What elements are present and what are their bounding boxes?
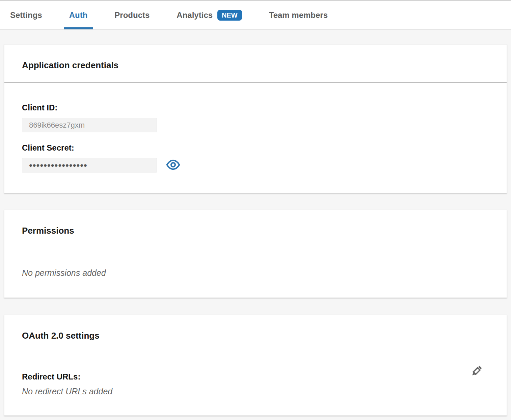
tab-analytics[interactable]: Analytics NEW <box>177 1 242 29</box>
tab-settings[interactable]: Settings <box>10 1 42 29</box>
card-permissions-body: No permissions added <box>4 248 507 297</box>
card-oauth-settings-header: OAuth 2.0 settings <box>4 315 507 353</box>
redirect-urls-label: Redirect URLs: <box>22 372 489 382</box>
tab-settings-label: Settings <box>10 10 42 20</box>
client-secret-row: •••••••••••••••• <box>22 158 489 173</box>
client-secret-field[interactable]: •••••••••••••••• <box>22 158 157 173</box>
card-application-credentials-body: Client ID: 869ik66esz7gxm Client Secret:… <box>4 83 507 193</box>
application-credentials-title: Application credentials <box>22 60 489 70</box>
eye-icon <box>166 158 181 172</box>
card-oauth-settings-body: Redirect URLs: No redirect URLs added <box>4 353 507 415</box>
card-permissions: Permissions No permissions added <box>4 210 507 298</box>
permissions-empty-text: No permissions added <box>22 268 489 278</box>
new-badge: NEW <box>217 10 242 21</box>
tab-products[interactable]: Products <box>114 1 150 29</box>
tab-auth[interactable]: Auth <box>69 1 88 29</box>
card-application-credentials: Application credentials Client ID: 869ik… <box>4 44 507 193</box>
tab-auth-label: Auth <box>69 10 88 20</box>
tab-team-members-label: Team members <box>269 10 328 20</box>
tab-products-label: Products <box>114 10 150 20</box>
edit-redirect-urls-button[interactable] <box>469 363 484 380</box>
card-application-credentials-header: Application credentials <box>4 45 507 83</box>
tab-team-members[interactable]: Team members <box>269 1 328 29</box>
pencil-icon <box>469 363 484 380</box>
redirect-urls-empty-text: No redirect URLs added <box>22 386 489 396</box>
card-permissions-header: Permissions <box>4 210 507 248</box>
oauth-settings-title: OAuth 2.0 settings <box>22 331 489 341</box>
show-secret-button[interactable] <box>166 158 181 172</box>
permissions-title: Permissions <box>22 226 489 236</box>
client-id-field[interactable]: 869ik66esz7gxm <box>22 118 157 132</box>
client-secret-label: Client Secret: <box>22 143 489 153</box>
client-id-label: Client ID: <box>22 103 489 112</box>
tab-analytics-label: Analytics <box>177 10 213 20</box>
tab-bar: Settings Auth Products Analytics NEW Tea… <box>0 1 511 30</box>
card-oauth-settings: OAuth 2.0 settings Redirect URLs: No red… <box>4 315 507 416</box>
